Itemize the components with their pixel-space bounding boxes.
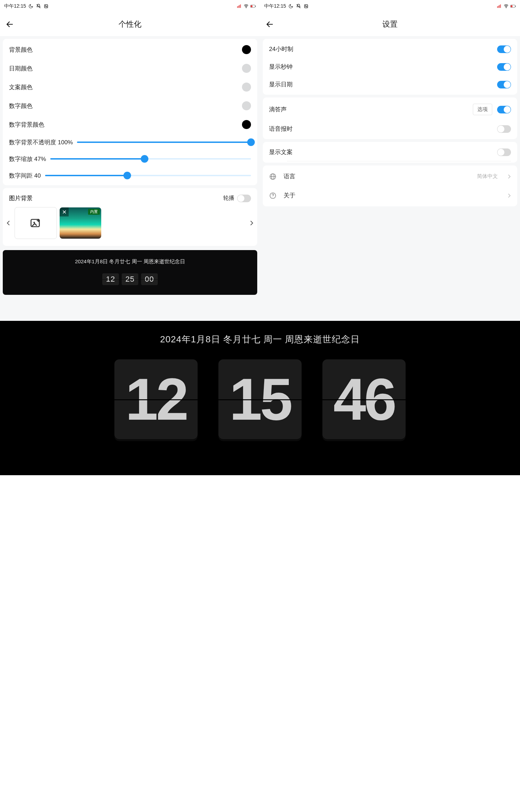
general-section: 语言 简体中文 关于 [263,165,517,206]
preview-hours: 12 [102,273,119,285]
carousel-toggle[interactable] [237,195,251,202]
moon-icon [288,3,294,9]
page-title: 个性化 [0,19,260,29]
date-color-swatch[interactable] [242,64,251,73]
fullscreen-clock: 2024年1月8日 冬月廿七 周一 周恩来逝世纪念日 12 15 46 [0,321,520,475]
back-button[interactable] [260,12,279,36]
svg-point-30 [272,197,273,197]
tick-options-button[interactable]: 选项 [473,104,492,115]
fullscreen-minutes: 15 [218,359,302,439]
left-screen: 中午12:15 个性化 背景颜色 日期颜色 [0,0,260,321]
color-section: 背景颜色 日期颜色 文案颜色 数字颜色 数字背景颜色 数字背景不透明度 100% [3,39,257,185]
date-color-row[interactable]: 日期颜色 [3,59,257,78]
globe-icon [269,173,277,180]
right-screen: 中午12:15 设置 24小时制 显示秒钟 [260,0,520,321]
voice-toggle[interactable] [497,125,511,133]
image-bg-label: 图片背景 [9,194,33,202]
show-seconds-label: 显示秒钟 [269,63,293,71]
svg-rect-8 [255,6,255,7]
fullscreen-hours: 12 [114,359,198,439]
bg-color-row[interactable]: 背景颜色 [3,40,257,59]
mute-icon [296,3,301,9]
fullscreen-date: 2024年1月8日 冬月廿七 周一 周恩来逝世纪念日 [160,333,360,345]
spacing-slider-row: 数字间距 40 [3,167,257,184]
svg-point-6 [246,8,246,8]
mute-icon [36,3,41,9]
preview-minutes: 25 [122,273,138,285]
remove-image-button[interactable]: ✕ [60,207,69,216]
builtin-image-thumb[interactable]: ✕ 内置 [60,207,101,239]
preview-seconds: 00 [141,273,158,285]
svg-point-21 [506,8,506,8]
show-text-toggle[interactable] [497,148,511,156]
text-color-label: 文案颜色 [9,83,33,91]
svg-rect-17 [497,6,498,8]
digit-bg-color-label: 数字背景颜色 [9,121,44,129]
bg-color-label: 背景颜色 [9,46,33,54]
scale-label: 数字缩放 47% [9,155,46,163]
preview-date: 2024年1月8日 冬月廿七 周一 周恩来逝世纪念日 [8,258,252,265]
language-row[interactable]: 语言 简体中文 [263,167,517,186]
carousel-next-button[interactable] [248,207,255,239]
svg-rect-3 [238,6,239,8]
svg-rect-23 [515,6,515,7]
opacity-slider-row: 数字背景不透明度 100% [3,134,257,151]
digit-color-swatch[interactable] [242,101,251,110]
battery-icon [250,3,256,9]
sound-section: 滴答声 选项 语音报时 [263,97,517,139]
show-text-label: 显示文案 [269,148,293,156]
wifi-icon [243,3,249,9]
spacing-label: 数字间距 40 [9,172,41,180]
opacity-slider[interactable] [77,138,251,146]
status-time: 中午12:15 [4,3,26,9]
svg-rect-9 [251,5,252,7]
app-header: 个性化 [0,12,260,36]
text-color-swatch[interactable] [242,83,251,92]
image-bg-section: 图片背景 轮播 ✕ 内置 [3,188,257,246]
date-color-label: 日期颜色 [9,65,33,72]
text-underline [287,161,511,161]
svg-rect-19 [499,5,500,8]
svg-rect-2 [237,6,238,8]
tick-label: 滴答声 [269,105,287,113]
svg-rect-18 [498,6,499,8]
about-label: 关于 [284,191,501,199]
about-row[interactable]: 关于 [263,186,517,205]
spacing-slider[interactable] [45,171,251,180]
wifi-icon [503,3,509,9]
svg-rect-4 [239,5,240,8]
chevron-right-icon [508,193,511,198]
builtin-tag: 内置 [88,209,100,215]
app-header: 设置 [260,12,520,36]
add-image-thumb[interactable] [15,207,57,239]
page-title: 设置 [260,19,520,29]
text-section: 显示文案 [263,142,517,163]
carousel-prev-button[interactable] [5,207,12,239]
svg-rect-24 [511,5,512,7]
bg-color-swatch[interactable] [242,45,251,54]
svg-rect-5 [240,5,241,8]
h24-toggle[interactable] [497,45,511,53]
battery-icon [510,3,516,9]
show-date-label: 显示日期 [269,80,293,88]
question-icon [269,192,277,199]
show-seconds-toggle[interactable] [497,63,511,71]
text-color-row[interactable]: 文案颜色 [3,78,257,96]
signal-icon [496,3,502,9]
fullscreen-seconds: 46 [322,359,406,439]
digit-color-row[interactable]: 数字颜色 [3,96,257,115]
digit-bg-color-row[interactable]: 数字背景颜色 [3,115,257,134]
scale-slider-row: 数字缩放 47% [3,151,257,167]
nfc-icon [43,3,49,9]
h24-label: 24小时制 [269,45,293,53]
status-time: 中午12:15 [264,3,286,9]
language-value: 简体中文 [477,173,498,180]
digit-bg-color-swatch[interactable] [242,120,251,129]
show-date-toggle[interactable] [497,81,511,88]
scale-slider[interactable] [50,155,251,163]
opacity-label: 数字背景不透明度 100% [9,138,73,146]
tick-toggle[interactable] [497,106,511,113]
back-button[interactable] [0,12,19,36]
time-format-section: 24小时制 显示秒钟 显示日期 [263,39,517,95]
chevron-right-icon [508,174,511,179]
